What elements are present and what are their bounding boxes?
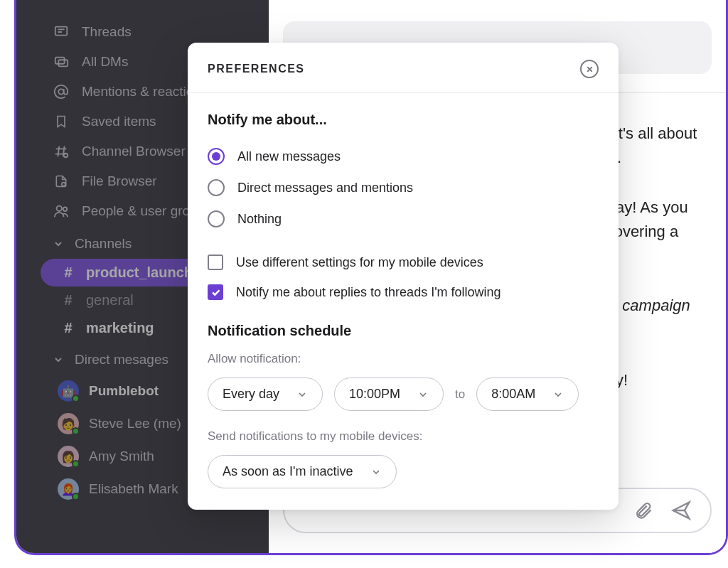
- mobile-when-select[interactable]: As soon as I'm inactive: [208, 455, 397, 488]
- avatar: 🧑: [58, 413, 79, 434]
- radio-label: Direct messages and mentions: [237, 181, 413, 195]
- dm-name: Amy Smith: [89, 449, 154, 464]
- nav-label: Saved items: [82, 114, 156, 129]
- channel-name: marketing: [86, 320, 154, 336]
- select-value: As soon as I'm inactive: [223, 464, 353, 479]
- avatar: 👩‍🦰: [58, 478, 79, 500]
- select-value: 10:00PM: [349, 387, 400, 402]
- select-value: 8:00AM: [491, 387, 535, 402]
- avatar: 👩: [58, 446, 79, 467]
- radio-nothing[interactable]: Nothing: [208, 203, 599, 235]
- presence-indicator: [72, 427, 80, 435]
- channel-name: general: [86, 292, 134, 309]
- select-value: Every day: [223, 387, 279, 402]
- svg-point-5: [62, 183, 65, 186]
- allow-notification-label: Allow notification:: [208, 352, 599, 366]
- check-thread-replies[interactable]: Notify me about replies to threads I'm f…: [208, 277, 599, 307]
- modal-header: PREFERENCES: [188, 43, 619, 93]
- hash-icon: #: [62, 320, 75, 336]
- nav-label: Channel Browser: [82, 144, 186, 159]
- nav-label: Threads: [82, 24, 132, 40]
- svg-point-3: [58, 89, 63, 94]
- radio-label: All new messages: [237, 149, 341, 164]
- svg-point-6: [57, 206, 62, 211]
- svg-rect-0: [55, 27, 68, 36]
- presence-indicator: [72, 493, 80, 500]
- radio-indicator: [208, 179, 225, 196]
- frequency-select[interactable]: Every day: [208, 377, 323, 411]
- notify-title: Notify me about...: [208, 112, 599, 128]
- radio-all-messages[interactable]: All new messages: [208, 141, 599, 172]
- send-mobile-label: Send notifications to my mobile devices:: [208, 429, 599, 444]
- hash-icon: #: [62, 292, 75, 309]
- mentions-icon: [53, 84, 69, 100]
- schedule-title: Notification schedule: [208, 323, 599, 339]
- svg-point-4: [64, 154, 68, 158]
- send-icon[interactable]: [670, 500, 692, 521]
- svg-point-7: [63, 208, 68, 212]
- people-icon: [53, 203, 69, 219]
- threads-icon: [53, 24, 69, 40]
- hash-icon: #: [62, 264, 75, 281]
- chevron-down-icon: [552, 389, 564, 400]
- section-label: Direct mesages: [75, 352, 168, 368]
- presence-indicator: [72, 395, 80, 402]
- to-label: to: [455, 387, 465, 402]
- section-label: Channels: [75, 236, 132, 252]
- channel-name: product_launch: [86, 264, 193, 281]
- modal-body: Notify me about... All new messages Dire…: [188, 93, 619, 510]
- chevron-down-icon: [417, 389, 429, 400]
- checkbox-label: Notify me about replies to threads I'm f…: [236, 285, 501, 300]
- svg-rect-2: [58, 60, 68, 66]
- radio-indicator: [208, 148, 225, 165]
- radio-direct-mentions[interactable]: Direct messages and mentions: [208, 172, 599, 203]
- chevron-down-icon: [296, 389, 308, 400]
- bookmark-icon: [53, 114, 69, 129]
- avatar: 🤖: [58, 380, 79, 402]
- channel-browser-icon: [53, 144, 69, 159]
- dm-name: Elisabeth Mark: [89, 481, 178, 497]
- dm-name: Steve Lee (me): [89, 416, 181, 432]
- nav-label: File Browser: [82, 173, 157, 189]
- modal-title: PREFERENCES: [208, 63, 305, 75]
- checkbox-label: Use different settings for my mobile dev…: [236, 255, 483, 270]
- chevron-down-icon: [52, 353, 65, 366]
- dms-icon: [53, 54, 69, 70]
- presence-indicator: [72, 460, 80, 468]
- checkbox-indicator: [208, 284, 223, 300]
- radio-label: Nothing: [237, 212, 282, 227]
- chevron-down-icon: [370, 466, 382, 478]
- radio-indicator: [208, 210, 225, 227]
- attachment-icon[interactable]: [633, 500, 653, 520]
- close-button[interactable]: [580, 60, 599, 78]
- preferences-modal: PREFERENCES Notify me about... All new m…: [188, 43, 619, 510]
- schedule-row: Every day 10:00PM to 8:00AM: [208, 377, 599, 411]
- time-from-select[interactable]: 10:00PM: [334, 377, 444, 411]
- chevron-down-icon: [52, 237, 65, 250]
- nav-label: All DMs: [82, 54, 128, 70]
- file-browser-icon: [53, 173, 69, 189]
- check-mobile-settings[interactable]: Use different settings for my mobile dev…: [208, 247, 599, 277]
- svg-rect-1: [55, 58, 65, 64]
- dm-name: Pumblebot: [89, 383, 159, 399]
- time-to-select[interactable]: 8:00AM: [476, 377, 579, 411]
- checkbox-indicator: [208, 254, 223, 270]
